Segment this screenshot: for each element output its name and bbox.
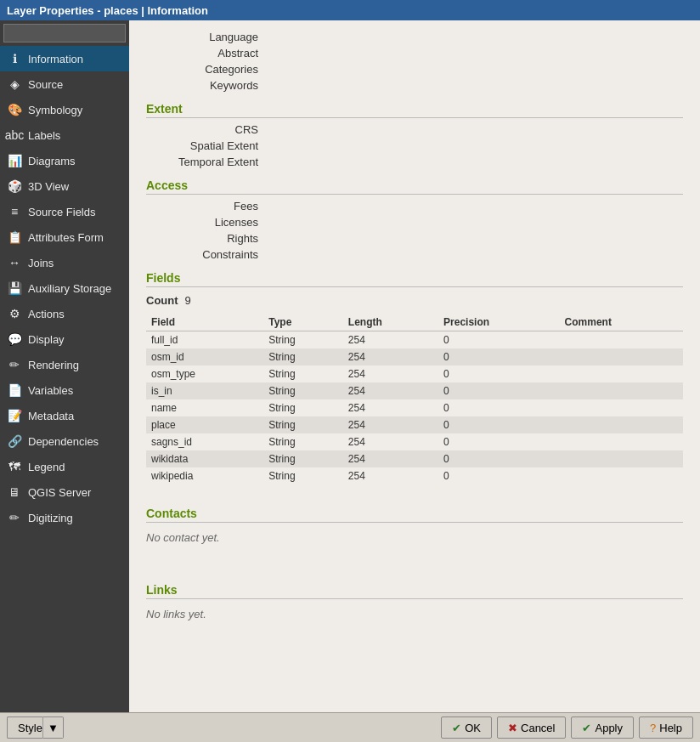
- info-label: Abstract: [146, 47, 265, 59]
- sidebar-item-digitizing[interactable]: ✏Digitizing: [0, 505, 129, 530]
- table-cell-length: 254: [343, 416, 438, 433]
- ok-button[interactable]: ✔ OK: [441, 717, 492, 739]
- cancel-button[interactable]: ✖ Cancel: [497, 717, 566, 739]
- action-buttons: ✔ OK ✖ Cancel ✔ Apply ? Help: [441, 717, 693, 739]
- sidebar-label-joins: Joins: [28, 257, 54, 269]
- sidebar-label-rendering: Rendering: [28, 359, 79, 371]
- sidebar-item-dependencies[interactable]: 🔗Dependencies: [0, 428, 129, 454]
- table-row: nameString2540: [146, 399, 683, 416]
- table-cell-precision: 0: [438, 382, 560, 399]
- sidebar-item-joins[interactable]: ↔Joins: [0, 250, 129, 275]
- help-button[interactable]: ? Help: [639, 717, 693, 739]
- sidebar-item-variables[interactable]: 📄Variables: [0, 377, 129, 403]
- sidebar-icon-metadata: 📝: [7, 408, 22, 423]
- info-value: [265, 63, 683, 76]
- sidebar-icon-sourcefields: ≡: [7, 204, 22, 219]
- sidebar-label-qgisserver: QGIS Server: [28, 486, 91, 499]
- bottom-bar: Style ▼ ✔ OK ✖ Cancel ✔ Apply ? Help: [0, 712, 700, 742]
- info-label: Fees: [146, 200, 265, 212]
- sidebar-item-diagrams[interactable]: 📊Diagrams: [0, 148, 129, 173]
- info-row: CRS: [146, 122, 683, 138]
- table-cell-field: sagns_id: [146, 433, 263, 450]
- window-title: Layer Properties - places | Information: [7, 4, 208, 17]
- sidebar-label-actions: Actions: [28, 308, 65, 320]
- sidebar-item-metadata[interactable]: 📝Metadata: [0, 403, 129, 428]
- table-cell-type: String: [263, 399, 343, 416]
- table-cell-precision: 0: [438, 331, 560, 349]
- sidebar-item-symbology[interactable]: 🎨Symbology: [0, 97, 129, 122]
- layer-properties-window: Layer Properties - places | Information …: [0, 0, 700, 742]
- sidebar-label-display: Display: [28, 333, 65, 346]
- metadata-rows: LanguageAbstractCategoriesKeywords: [146, 29, 683, 93]
- table-cell-type: String: [263, 450, 343, 467]
- sidebar-label-symbology: Symbology: [28, 104, 82, 116]
- info-row: Language: [146, 29, 683, 45]
- sidebar-item-information[interactable]: ℹInformation: [0, 46, 129, 71]
- sidebar-icon-qgisserver: 🖥: [7, 484, 22, 500]
- table-cell-comment: [560, 416, 683, 433]
- info-value: [265, 79, 683, 92]
- info-value: [265, 248, 683, 261]
- sidebar-item-rendering[interactable]: ✏Rendering: [0, 352, 129, 377]
- sidebar-icon-3dview: 🎲: [7, 178, 22, 194]
- sidebar-item-sourcefields[interactable]: ≡Source Fields: [0, 199, 129, 224]
- table-cell-type: String: [263, 433, 343, 450]
- table-cell-precision: 0: [438, 399, 560, 416]
- table-cell-comment: [560, 382, 683, 399]
- style-button[interactable]: Style: [7, 717, 42, 739]
- sidebar-items: ℹInformation◈Source🎨SymbologyabcLabels📊D…: [0, 46, 129, 530]
- sidebar-item-auxiliarystorage[interactable]: 💾Auxiliary Storage: [0, 275, 129, 301]
- table-cell-field: osm_type: [146, 365, 263, 382]
- table-cell-field: name: [146, 399, 263, 416]
- sidebar-icon-variables: 📄: [7, 382, 22, 398]
- sidebar-item-labels[interactable]: abcLabels: [0, 122, 129, 148]
- info-value: [265, 31, 683, 43]
- table-cell-field: wikidata: [146, 450, 263, 467]
- table-cell-field: full_id: [146, 331, 263, 349]
- sidebar-icon-joins: ↔: [7, 255, 22, 270]
- table-row: placeString2540: [146, 416, 683, 433]
- table-cell-precision: 0: [438, 450, 560, 467]
- table-cell-type: String: [263, 416, 343, 433]
- fields-count-row: Count 9: [146, 294, 683, 307]
- table-column-header: Length: [343, 314, 438, 331]
- table-cell-type: String: [263, 331, 343, 349]
- table-cell-comment: [560, 467, 683, 484]
- apply-button[interactable]: ✔ Apply: [571, 717, 634, 739]
- info-label: CRS: [146, 123, 265, 136]
- sidebar-item-qgisserver[interactable]: 🖥QGIS Server: [0, 479, 129, 505]
- access-section-header: Access: [146, 178, 683, 195]
- sidebar-item-actions[interactable]: ⚙Actions: [0, 301, 129, 326]
- sidebar-item-legend[interactable]: 🗺Legend: [0, 454, 129, 479]
- info-row: Spatial Extent: [146, 138, 683, 154]
- sidebar-item-3dview[interactable]: 🎲3D View: [0, 173, 129, 199]
- help-label: Help: [659, 722, 682, 734]
- table-row: wikipediaString2540: [146, 467, 683, 484]
- sidebar-item-attributesform[interactable]: 📋Attributes Form: [0, 224, 129, 250]
- table-row: osm_idString2540: [146, 348, 683, 365]
- info-value: [265, 200, 683, 212]
- cancel-icon: ✖: [508, 722, 517, 734]
- sidebar-icon-auxiliarystorage: 💾: [7, 280, 22, 296]
- sidebar-label-source: Source: [28, 78, 63, 91]
- info-row: Categories: [146, 61, 683, 77]
- search-input[interactable]: [3, 24, 126, 42]
- table-row: wikidataString2540: [146, 450, 683, 467]
- sidebar-item-display[interactable]: 💬Display: [0, 326, 129, 352]
- sidebar-icon-diagrams: 📊: [7, 153, 22, 168]
- apply-icon: ✔: [582, 722, 591, 734]
- info-value: [265, 232, 683, 245]
- style-dropdown-arrow[interactable]: ▼: [42, 717, 64, 739]
- table-cell-comment: [560, 365, 683, 382]
- sidebar-icon-source: ◈: [7, 76, 22, 92]
- table-cell-precision: 0: [438, 467, 560, 484]
- sidebar: ℹInformation◈Source🎨SymbologyabcLabels📊D…: [0, 20, 129, 712]
- table-cell-type: String: [263, 365, 343, 382]
- info-label: Language: [146, 31, 265, 43]
- contacts-section-header: Contacts: [146, 507, 683, 523]
- content-scroll[interactable]: LanguageAbstractCategoriesKeywords Exten…: [129, 20, 700, 712]
- count-label: Count: [146, 294, 178, 307]
- sidebar-item-source[interactable]: ◈Source: [0, 71, 129, 97]
- table-cell-comment: [560, 450, 683, 467]
- title-bar: Layer Properties - places | Information: [0, 0, 700, 20]
